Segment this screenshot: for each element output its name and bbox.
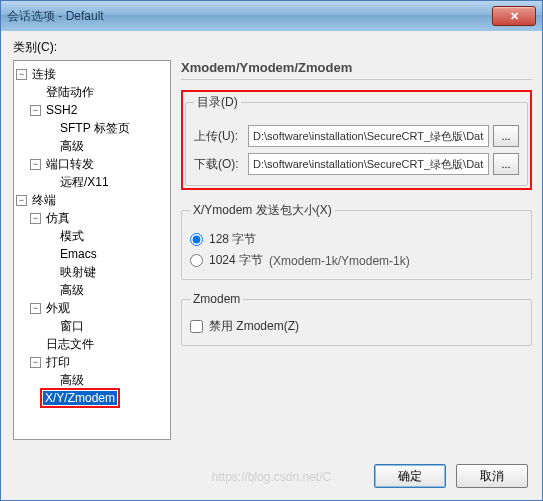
radio-1024-label: 1024 字节 (209, 252, 263, 269)
dialog-window: 会话选项 - Default ✕ 类别(C): −连接 登陆动作 −SSH2 S… (0, 0, 543, 501)
collapse-icon[interactable]: − (30, 357, 41, 368)
download-label: 下载(O): (194, 156, 248, 173)
directory-group: 目录(D) 上传(U): ... 下载(O): ... (185, 94, 528, 186)
collapse-icon[interactable]: − (30, 303, 41, 314)
tree-mapkey[interactable]: 映射键 (16, 263, 168, 281)
zmodem-group: Zmodem 禁用 Zmodem(Z) (181, 292, 532, 346)
tree-print[interactable]: −打印 (16, 353, 168, 371)
tree-emulation[interactable]: −仿真 (16, 209, 168, 227)
watermark: https://blog.csdn.net/C (212, 470, 331, 484)
tree-appearance[interactable]: −外观 (16, 299, 168, 317)
window-title: 会话选项 - Default (7, 8, 104, 25)
close-icon: ✕ (510, 10, 519, 23)
radio-1024-suffix: (Xmodem-1k/Ymodem-1k) (269, 254, 410, 268)
radio-128-label: 128 字节 (209, 231, 256, 248)
radio-1024[interactable] (190, 254, 203, 267)
client-area: 类别(C): −连接 登陆动作 −SSH2 SFTP 标签页 高级 −端口转发 … (1, 31, 542, 500)
close-button[interactable]: ✕ (492, 6, 536, 26)
tree-sftp[interactable]: SFTP 标签页 (16, 119, 168, 137)
disable-zmodem-label: 禁用 Zmodem(Z) (209, 318, 299, 335)
tree-xyzmodem[interactable]: X/Y/Zmodem (16, 389, 168, 407)
tree-emacs[interactable]: Emacs (16, 245, 168, 263)
category-label: 类别(C): (13, 39, 532, 56)
disable-zmodem-checkbox[interactable] (190, 320, 203, 333)
highlight-box: 目录(D) 上传(U): ... 下载(O): ... (181, 90, 532, 190)
tree-mode[interactable]: 模式 (16, 227, 168, 245)
tree-emu-advanced[interactable]: 高级 (16, 281, 168, 299)
divider (181, 79, 532, 80)
collapse-icon[interactable]: − (30, 213, 41, 224)
tree-logfile[interactable]: 日志文件 (16, 335, 168, 353)
settings-pane: Xmodem/Ymodem/Zmodem 目录(D) 上传(U): ... 下载… (181, 60, 532, 440)
tree-terminal[interactable]: −终端 (16, 191, 168, 209)
tree-window[interactable]: 窗口 (16, 317, 168, 335)
radio-128[interactable] (190, 233, 203, 246)
ok-button[interactable]: 确定 (374, 464, 446, 488)
zmodem-legend: Zmodem (190, 292, 243, 306)
cancel-button[interactable]: 取消 (456, 464, 528, 488)
tree-ssh2[interactable]: −SSH2 (16, 101, 168, 119)
upload-label: 上传(U): (194, 128, 248, 145)
packet-legend: X/Ymodem 发送包大小(X) (190, 202, 335, 219)
tree-connection[interactable]: −连接 (16, 65, 168, 83)
category-tree[interactable]: −连接 登陆动作 −SSH2 SFTP 标签页 高级 −端口转发 远程/X11 … (13, 60, 171, 440)
upload-path-input[interactable] (248, 125, 489, 147)
tree-login[interactable]: 登陆动作 (16, 83, 168, 101)
browse-upload-button[interactable]: ... (493, 125, 519, 147)
tree-portfwd[interactable]: −端口转发 (16, 155, 168, 173)
tree-ssh-advanced[interactable]: 高级 (16, 137, 168, 155)
collapse-icon[interactable]: − (16, 195, 27, 206)
titlebar[interactable]: 会话选项 - Default ✕ (1, 1, 542, 31)
tree-print-advanced[interactable]: 高级 (16, 371, 168, 389)
collapse-icon[interactable]: − (16, 69, 27, 80)
dialog-buttons: 确定 取消 (374, 464, 528, 488)
collapse-icon[interactable]: − (30, 159, 41, 170)
tree-remote-x11[interactable]: 远程/X11 (16, 173, 168, 191)
download-path-input[interactable] (248, 153, 489, 175)
pane-title: Xmodem/Ymodem/Zmodem (181, 60, 532, 75)
directory-legend: 目录(D) (194, 94, 241, 111)
browse-download-button[interactable]: ... (493, 153, 519, 175)
collapse-icon[interactable]: − (30, 105, 41, 116)
packet-group: X/Ymodem 发送包大小(X) 128 字节 1024 字节 (Xmodem… (181, 202, 532, 280)
